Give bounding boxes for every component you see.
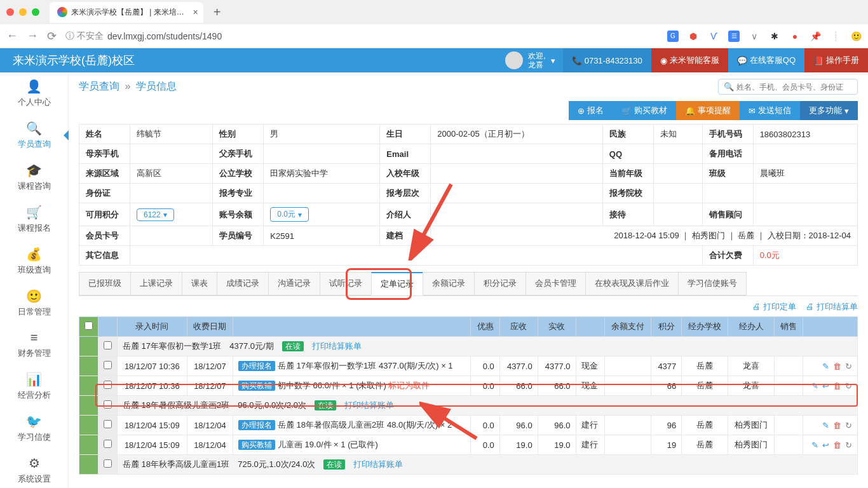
avatar: [505, 51, 523, 69]
tab-11[interactable]: 学习信使账号: [678, 272, 747, 295]
ext-icon[interactable]: ●: [789, 30, 801, 42]
ext-icon[interactable]: 🙂: [850, 30, 862, 42]
browser-tab[interactable]: 来米演示学校【岳麓】 | 来米培… ×: [50, 2, 203, 23]
tabs-row: 已报班级上课记录课表成绩记录沟通记录试听记录定单记录余额记录积分记录会员卡管理在…: [79, 272, 858, 296]
tab-1[interactable]: 上课记录: [130, 272, 182, 295]
phone-button[interactable]: 📞 0731-84323130: [563, 48, 651, 72]
edit-icon[interactable]: ✎: [822, 421, 829, 430]
sidebar-item-4[interactable]: 💰班级查询: [0, 240, 68, 282]
print-order-link[interactable]: 🖨 打印定单: [752, 302, 796, 311]
tab-2[interactable]: 课表: [182, 272, 217, 295]
sidebar-item-2[interactable]: 🎓课程咨询: [0, 156, 68, 198]
delete-icon[interactable]: 🗑: [833, 381, 841, 391]
table-row: 岳麓 18年秋季高级儿童画1班 725.0元,1.0次/24.0次 在读 打印结…: [79, 455, 858, 475]
security-info-icon[interactable]: ⓘ 不安全: [65, 30, 104, 42]
delete-icon[interactable]: 🗑: [833, 362, 841, 371]
order-tag: 办理报名: [238, 361, 275, 371]
row-checkbox[interactable]: [104, 459, 112, 468]
undo-icon[interactable]: ↻: [845, 440, 852, 450]
tab-8[interactable]: 积分记录: [474, 272, 526, 295]
mark-link[interactable]: 标记为取件: [388, 381, 430, 390]
back-button[interactable]: ←: [6, 29, 18, 43]
manual-button[interactable]: 📕 操作手册: [804, 48, 868, 72]
user-box[interactable]: 欢迎, 龙喜 ▾: [498, 51, 562, 70]
minimize-window-icon[interactable]: [19, 8, 27, 16]
print-settle-link[interactable]: 打印结算账单: [312, 341, 362, 351]
reload-button[interactable]: ⟳: [47, 29, 57, 43]
tab-title: 来米演示学校【岳麓】 | 来米培…: [71, 7, 184, 18]
undo-icon[interactable]: ↻: [845, 381, 852, 391]
sidebar-item-9[interactable]: ⚙系统设置: [0, 449, 68, 488]
table-row: 18/12/07 10:3618/12/07 办理报名 岳麓 17年寒假初一数学…: [79, 356, 858, 376]
sidebar-icon: 🐦: [0, 414, 68, 429]
tab-6[interactable]: 定单记录: [371, 272, 423, 295]
row-checkbox[interactable]: [104, 440, 112, 448]
ext-icon[interactable]: G: [667, 30, 679, 42]
sidebar-item-8[interactable]: 🐦学习信使: [0, 407, 68, 449]
score-button[interactable]: 6122 ▾: [137, 208, 174, 221]
select-all-checkbox[interactable]: [85, 322, 93, 330]
sidebar-icon: 🔍: [0, 121, 68, 136]
row-checkbox[interactable]: [104, 341, 112, 349]
row-checkbox[interactable]: [104, 400, 112, 409]
balance-button[interactable]: 0.0元 ▾: [270, 207, 309, 222]
ext-icon[interactable]: ☰: [728, 30, 740, 42]
smart-service-button[interactable]: ◉ 来米智能客服: [651, 48, 728, 72]
tab-0[interactable]: 已报班级: [79, 272, 131, 295]
maximize-window-icon[interactable]: [32, 8, 39, 16]
search-box[interactable]: 🔍: [718, 79, 858, 95]
action-row: ⊕ 报名 🛒 购买教材 🔔 事项提醒 ✉ 发送短信 更多功能 ▾: [79, 101, 858, 120]
order-tag: 购买教辅: [238, 440, 275, 450]
user-name: 龙喜: [528, 60, 545, 69]
tab-7[interactable]: 余额记录: [423, 272, 475, 295]
crumb-a[interactable]: 学员查询: [79, 81, 119, 92]
todo-button[interactable]: 🔔 事项提醒: [676, 101, 740, 120]
close-window-icon[interactable]: [6, 8, 14, 16]
sidebar-item-5[interactable]: 🙂日常管理: [0, 282, 68, 324]
enroll-button[interactable]: ⊕ 报名: [569, 101, 613, 120]
row-checkbox[interactable]: [104, 381, 112, 389]
ext-icon[interactable]: Ѵ: [708, 30, 719, 42]
row-checkbox[interactable]: [104, 420, 112, 428]
tab-9[interactable]: 会员卡管理: [526, 272, 586, 295]
row-checkbox[interactable]: [104, 361, 112, 369]
qq-service-button[interactable]: 💬 在线客服QQ: [728, 48, 804, 72]
print-settle-link[interactable]: 🖨 打印结算单: [806, 302, 858, 311]
ext-icon[interactable]: ✱: [769, 30, 780, 42]
table-row: 岳麓 17年寒假初一数学1班 4377.0元/期 在读 打印结算账单: [79, 337, 858, 356]
print-settle-link[interactable]: 打印结算账单: [353, 459, 403, 469]
ext-icon[interactable]: ┊: [830, 30, 841, 42]
ext-icon[interactable]: 📌: [810, 30, 821, 42]
url-box[interactable]: ⓘ 不安全 dev.lmxgj.com/students/1490: [65, 30, 658, 42]
more-button[interactable]: 更多功能 ▾: [800, 101, 858, 120]
reply-icon[interactable]: ↩: [822, 440, 829, 450]
sidebar-item-7[interactable]: 📊经营分析: [0, 365, 68, 407]
ext-icon[interactable]: ⬢: [688, 30, 699, 42]
tab-3[interactable]: 成绩记录: [217, 272, 269, 295]
sidebar-item-0[interactable]: 👤个人中心: [0, 72, 68, 114]
delete-icon[interactable]: 🗑: [833, 440, 841, 450]
reply-icon[interactable]: ↩: [822, 381, 829, 391]
edit-icon[interactable]: ✎: [811, 440, 818, 450]
undo-icon[interactable]: ↻: [845, 362, 852, 371]
buy-material-button[interactable]: 🛒 购买教材: [613, 101, 676, 120]
undo-icon[interactable]: ↻: [845, 421, 852, 430]
tab-10[interactable]: 在校表现及课后作业: [585, 272, 679, 295]
sms-button[interactable]: ✉ 发送短信: [740, 101, 800, 120]
url-text: dev.lmxgj.com/students/1490: [107, 31, 222, 41]
tab-5[interactable]: 试听记录: [320, 272, 372, 295]
new-tab-button[interactable]: +: [207, 5, 227, 20]
forward-button[interactable]: →: [27, 29, 38, 43]
ext-icon[interactable]: ∨: [749, 30, 760, 42]
sidebar-item-1[interactable]: 🔍学员查询: [0, 114, 68, 156]
edit-icon[interactable]: ✎: [811, 381, 818, 391]
sidebar-item-6[interactable]: ≡财务管理: [0, 324, 68, 365]
search-input[interactable]: [736, 83, 852, 92]
close-tab-icon[interactable]: ×: [193, 7, 198, 17]
delete-icon[interactable]: 🗑: [833, 421, 841, 430]
edit-icon[interactable]: ✎: [822, 362, 829, 371]
sidebar-item-3[interactable]: 🛒课程报名: [0, 198, 68, 240]
order-tag: 办理报名: [238, 420, 275, 430]
print-settle-link[interactable]: 打印结算账单: [344, 400, 394, 410]
tab-4[interactable]: 沟通记录: [268, 272, 320, 295]
